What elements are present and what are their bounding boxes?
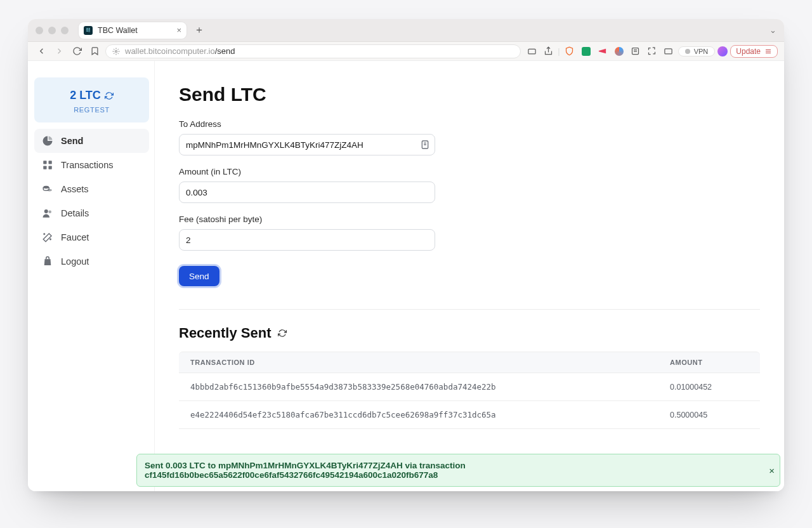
recent-transactions-table: TRANSACTION ID AMOUNT 4bbbd2abf6c151360b…	[179, 352, 760, 429]
browser-tab[interactable]: ⛓ TBC Wallet ×	[79, 22, 187, 39]
amount-label: Amount (in LTC)	[179, 167, 760, 176]
balance-text: 2 LTC	[70, 89, 101, 102]
wallet-ext-icon[interactable]	[662, 44, 676, 58]
toast-message: Sent 0.003 LTC to mpMNhPm1MrHMnGYXLK4BTy…	[145, 461, 466, 480]
balance-value: 2 LTC	[41, 89, 143, 102]
profile-avatar[interactable]	[717, 46, 728, 56]
toolbar-right: | VPN Update	[525, 44, 778, 58]
extension2-icon[interactable]	[596, 44, 610, 58]
vpn-status-dot	[685, 49, 690, 54]
to-address-input[interactable]	[179, 134, 435, 155]
col-amount: AMOUNT	[658, 352, 760, 373]
window-controls	[33, 27, 74, 34]
hamburger-icon	[764, 48, 772, 55]
svg-rect-13	[49, 166, 52, 169]
sidebar-item-label: Faucet	[61, 232, 89, 242]
table-row[interactable]: e4e2224406d54ef23c5180afca67be311ccd6db7…	[179, 401, 760, 429]
send-button[interactable]: Send	[179, 266, 219, 286]
cell-tx-id: e4e2224406d54ef23c5180afca67be311ccd6db7…	[179, 401, 658, 429]
close-tab-icon[interactable]: ×	[176, 25, 181, 35]
tabs-overflow-button[interactable]: ⌄	[769, 25, 779, 35]
tab-strip: ⛓ TBC Wallet × ＋ ⌄	[28, 19, 784, 42]
pie-chart-icon	[42, 135, 53, 147]
sidebar-item-send[interactable]: Send	[34, 129, 149, 153]
svg-point-0	[115, 50, 117, 52]
update-button[interactable]: Update	[730, 45, 778, 58]
sidebar-item-label: Transactions	[61, 160, 113, 170]
sidebar-item-label: Assets	[61, 184, 89, 194]
app-body: 2 LTC REGTEST Send Transactions Assets	[28, 61, 784, 491]
bag-icon	[42, 256, 53, 267]
coins-icon	[42, 183, 53, 195]
sidebar-item-transactions[interactable]: Transactions	[34, 153, 149, 177]
forward-button[interactable]	[52, 44, 66, 58]
close-toast-icon[interactable]: ×	[769, 465, 775, 476]
update-label: Update	[736, 47, 761, 56]
grid-icon	[42, 159, 53, 171]
sidebar-item-label: Details	[61, 208, 89, 218]
tab-favicon: ⛓	[84, 26, 93, 35]
site-settings-icon	[112, 48, 120, 55]
sidebar-item-logout[interactable]: Logout	[34, 249, 149, 274]
svg-point-15	[47, 189, 52, 192]
balance-card: 2 LTC REGTEST	[34, 77, 149, 122]
share-icon[interactable]	[541, 44, 555, 58]
back-button[interactable]	[34, 44, 48, 58]
sidebar-nav: Send Transactions Assets Details Faucet	[34, 129, 149, 274]
refresh-recent-icon[interactable]	[278, 329, 287, 338]
sidebar-item-details[interactable]: Details	[34, 201, 149, 225]
to-address-label: To Address	[179, 119, 760, 129]
bookmark-button[interactable]	[88, 44, 102, 58]
main-content: Send LTC To Address Amount (in LTC) Fee …	[155, 61, 784, 491]
vpn-label: VPN	[694, 48, 709, 55]
screenshot-icon[interactable]	[525, 44, 539, 58]
fullscreen-window-button[interactable]	[61, 27, 69, 34]
table-row[interactable]: 4bbbd2abf6c151360b9afbe5554a9d3873b58333…	[179, 373, 760, 401]
amount-input[interactable]	[179, 182, 435, 203]
new-tab-button[interactable]: ＋	[192, 23, 207, 37]
svg-rect-12	[43, 166, 46, 169]
browser-toolbar: wallet.bitcoincomputer.io/send | VPN Upd…	[28, 42, 784, 61]
col-transaction-id: TRANSACTION ID	[179, 352, 658, 373]
reader-icon[interactable]	[629, 44, 643, 58]
shield-icon[interactable]	[563, 44, 577, 58]
recent-heading-text: Recently Sent	[179, 325, 272, 341]
to-address-field: To Address	[179, 119, 760, 155]
refresh-balance-icon[interactable]	[105, 91, 114, 100]
puzzle-icon[interactable]	[645, 44, 659, 58]
success-toast: Sent 0.003 LTC to mpMNhPm1MrHMnGYXLK4BTy…	[136, 454, 780, 487]
sidebar-item-label: Send	[61, 136, 83, 146]
extension3-icon[interactable]	[612, 44, 626, 58]
svg-rect-11	[49, 161, 52, 164]
svg-rect-1	[528, 49, 535, 54]
url-host: wallet.bitcoincomputer.io/send	[125, 46, 235, 56]
section-divider	[179, 309, 760, 310]
extension1-icon[interactable]	[579, 44, 593, 58]
cell-amount: 0.01000452	[658, 373, 760, 401]
minimize-window-button[interactable]	[48, 27, 56, 34]
address-book-icon[interactable]	[420, 140, 430, 150]
svg-point-14	[43, 186, 49, 189]
cell-amount: 0.5000045	[658, 401, 760, 429]
svg-rect-10	[43, 161, 46, 164]
amount-field: Amount (in LTC)	[179, 167, 760, 203]
sidebar-item-label: Logout	[61, 256, 89, 267]
svg-point-16	[44, 209, 48, 213]
fee-label: Fee (satoshi per byte)	[179, 214, 760, 224]
close-window-button[interactable]	[36, 27, 43, 34]
sidebar: 2 LTC REGTEST Send Transactions Assets	[28, 61, 155, 491]
table-header-row: TRANSACTION ID AMOUNT	[179, 352, 760, 373]
svg-rect-6	[665, 49, 672, 54]
tab-title: TBC Wallet	[98, 26, 138, 35]
page-title: Send LTC	[179, 84, 760, 105]
vpn-button[interactable]: VPN	[678, 46, 716, 56]
sidebar-item-assets[interactable]: Assets	[34, 177, 149, 201]
address-bar[interactable]: wallet.bitcoincomputer.io/send	[105, 44, 521, 58]
fee-field: Fee (satoshi per byte)	[179, 214, 760, 251]
browser-window: ⛓ TBC Wallet × ＋ ⌄ wallet.bitcoincompute…	[28, 19, 784, 491]
fee-input[interactable]	[179, 229, 435, 251]
reload-button[interactable]	[70, 44, 84, 58]
cell-tx-id: 4bbbd2abf6c151360b9afbe5554a9d3873b58333…	[179, 373, 658, 401]
network-label: REGTEST	[41, 106, 143, 114]
sidebar-item-faucet[interactable]: Faucet	[34, 225, 149, 249]
